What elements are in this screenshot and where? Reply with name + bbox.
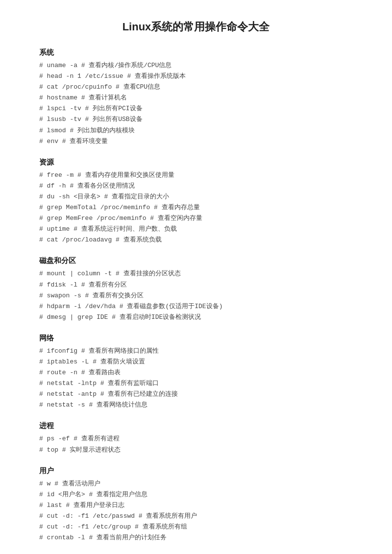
page-title: Linux系统的常用操作命令大全 <box>39 20 353 34</box>
command-item: # uptime # 查看系统运行时间、用户数、负载 <box>39 224 353 235</box>
section-disk: 磁盘和分区# mount | column -t # 查看挂接的分区状态# fd… <box>39 256 353 322</box>
section-user: 用户# w # 查看活动用户# id <用户名> # 查看指定用户信息# las… <box>39 466 353 544</box>
command-item: # netstat -s # 查看网络统计信息 <box>39 400 353 410</box>
section-system: 系统# uname -a # 查看内核/操作系统/CPU信息# head -n … <box>39 48 353 147</box>
command-list-network: # ifconfig # 查看所有网络接口的属性# iptables -L # … <box>39 346 353 411</box>
command-item: # uname -a # 查看内核/操作系统/CPU信息 <box>39 60 353 71</box>
command-item: # top # 实时显示进程状态 <box>39 445 353 456</box>
command-item: # netstat -antp # 查看所有已经建立的连接 <box>39 389 353 400</box>
command-item: # lsmod # 列出加载的内核模块 <box>39 125 353 136</box>
command-item: # lsusb -tv # 列出所有USB设备 <box>39 114 353 125</box>
command-item: # env # 查看环境变量 <box>39 136 353 147</box>
command-item: # last # 查看用户登录日志 <box>39 500 353 511</box>
command-list-user: # w # 查看活动用户# id <用户名> # 查看指定用户信息# last … <box>39 479 353 544</box>
command-item: # free -m # 查看内存使用量和交换区使用量 <box>39 170 353 181</box>
section-heading-resource: 资源 <box>39 158 353 167</box>
command-item: # cut -d: -f1 /etc/group # 查看系统所有组 <box>39 522 353 532</box>
command-item: # grep MemTotal /proc/meminfo # 查看内存总量 <box>39 202 353 213</box>
command-item: # cut -d: -f1 /etc/passwd # 查看系统所有用户 <box>39 511 353 522</box>
command-item: # fdisk -l # 查看所有分区 <box>39 280 353 290</box>
command-item: # grep MemFree /proc/meminfo # 查看空闲内存量 <box>39 213 353 224</box>
command-list-process: # ps -ef # 查看所有进程# top # 实时显示进程状态 <box>39 434 353 455</box>
command-item: # id <用户名> # 查看指定用户信息 <box>39 489 353 500</box>
command-item: # w # 查看活动用户 <box>39 479 353 489</box>
section-process: 进程# ps -ef # 查看所有进程# top # 实时显示进程状态 <box>39 421 353 455</box>
command-item: # ps -ef # 查看所有进程 <box>39 434 353 444</box>
command-item: # crontab -l # 查看当前用户的计划任务 <box>39 532 353 543</box>
command-item: # cat /proc/loadavg # 查看系统负载 <box>39 235 353 245</box>
command-item: # hostname # 查看计算机名 <box>39 93 353 103</box>
command-item: # iptables -L # 查看防火墙设置 <box>39 357 353 367</box>
command-item: # hdparm -i /dev/hda # 查看磁盘参数(仅适用于IDE设备) <box>39 301 353 312</box>
section-heading-user: 用户 <box>39 466 353 476</box>
command-item: # mount | column -t # 查看挂接的分区状态 <box>39 268 353 279</box>
command-item: # netstat -lntp # 查看所有监听端口 <box>39 378 353 389</box>
command-item: # du -sh <目录名> # 查看指定目录的大小 <box>39 192 353 202</box>
command-list-disk: # mount | column -t # 查看挂接的分区状态# fdisk -… <box>39 268 353 322</box>
command-item: # swapon -s # 查看所有交换分区 <box>39 290 353 301</box>
command-item: # route -n # 查看路由表 <box>39 367 353 378</box>
command-list-resource: # free -m # 查看内存使用量和交换区使用量# df -h # 查看各分… <box>39 170 353 246</box>
section-heading-system: 系统 <box>39 48 353 57</box>
command-item: # ifconfig # 查看所有网络接口的属性 <box>39 346 353 357</box>
section-heading-process: 进程 <box>39 421 353 431</box>
section-network: 网络# ifconfig # 查看所有网络接口的属性# iptables -L … <box>39 334 353 411</box>
command-item: # lspci -tv # 列出所有PCI设备 <box>39 103 353 114</box>
command-list-system: # uname -a # 查看内核/操作系统/CPU信息# head -n 1 … <box>39 60 353 147</box>
command-item: # cat /proc/cpuinfo # 查看CPU信息 <box>39 82 353 93</box>
section-heading-network: 网络 <box>39 334 353 343</box>
command-item: # dmesg | grep IDE # 查看启动时IDE设备检测状况 <box>39 312 353 323</box>
command-item: # head -n 1 /etc/issue # 查看操作系统版本 <box>39 71 353 82</box>
section-heading-disk: 磁盘和分区 <box>39 256 353 265</box>
command-item: # df -h # 查看各分区使用情况 <box>39 181 353 192</box>
section-resource: 资源# free -m # 查看内存使用量和交换区使用量# df -h # 查看… <box>39 158 353 246</box>
